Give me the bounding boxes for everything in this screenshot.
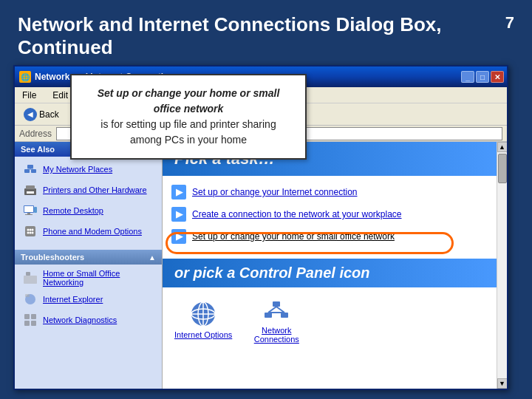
scroll-up-arrow[interactable]: ▲	[497, 142, 508, 152]
troubleshooters-label: Troubleshooters	[21, 253, 84, 262]
address-label: Address	[19, 129, 52, 139]
callout-line2: is for setting up file and printer shari…	[100, 118, 276, 130]
remote-desktop-icon	[22, 202, 38, 219]
task-arrow-0: ▶	[171, 185, 186, 200]
callout-line3: among PCs in your home	[130, 134, 247, 146]
link-phone-modem-label: Phone and Modem Options	[43, 227, 142, 236]
svg-point-16	[32, 229, 34, 231]
title-bar-buttons: _ □ ✕	[461, 71, 504, 83]
svg-rect-26	[24, 321, 30, 326]
svg-point-14	[27, 229, 30, 231]
troubleshooters-header[interactable]: Troubleshooters ▲	[15, 250, 162, 265]
menu-edit[interactable]: Edit	[50, 89, 71, 102]
svg-point-15	[30, 229, 32, 231]
slide-number: 7	[505, 13, 514, 33]
see-also-label: See Also	[21, 145, 55, 154]
scrollbar[interactable]: ▲ ▼	[497, 142, 507, 389]
link-remote-desktop[interactable]: Remote Desktop	[22, 202, 157, 219]
svg-rect-13	[25, 226, 35, 236]
task-label-workplace[interactable]: Create a connection to the network at yo…	[192, 209, 402, 219]
troubleshooters-content: Home or Small Office Networking Internet…	[15, 265, 162, 337]
slide-header: Network and Internet Connections Dialog …	[0, 0, 532, 68]
svg-rect-10	[27, 213, 30, 214]
back-button[interactable]: ◀ Back	[19, 106, 64, 123]
menu-file[interactable]: File	[19, 89, 39, 102]
svg-rect-9	[24, 206, 33, 212]
svg-rect-20	[26, 272, 30, 276]
see-also-content: My Network Places Printers and Other Har…	[15, 157, 162, 248]
troubleshooters-section: Troubleshooters ▲ Home or Small Office N…	[15, 250, 162, 337]
svg-point-17	[27, 232, 30, 234]
svg-rect-23	[25, 294, 30, 297]
svg-point-18	[30, 232, 32, 234]
task-item-internet[interactable]: ▶ Set up or change your Internet connect…	[171, 185, 498, 200]
link-home-networking-label: Home or Small Office Networking	[43, 269, 157, 287]
svg-rect-6	[26, 185, 35, 189]
network-diagnostics-icon	[22, 312, 38, 328]
dialog-icon: 🌐	[19, 71, 31, 83]
task-item-workplace[interactable]: ▶ Create a connection to the network at …	[171, 207, 498, 222]
svg-rect-7	[27, 191, 34, 194]
callout-line1: Set up or change your home or small offi…	[98, 87, 280, 115]
link-network-diagnostics-label: Network Diagnostics	[43, 316, 117, 324]
task-item-home[interactable]: ▶ Set up or change your home or small of…	[171, 229, 498, 244]
link-printers[interactable]: Printers and Other Hardware	[22, 182, 157, 198]
scroll-thumb[interactable]	[498, 154, 507, 183]
content-area: See Also ▲ My Network Places Prin	[15, 142, 507, 389]
link-ie[interactable]: Internet Explorer	[22, 291, 157, 307]
svg-rect-1	[31, 169, 36, 173]
task-label-home[interactable]: Set up or change your home or small offi…	[192, 231, 395, 242]
svg-rect-11	[25, 214, 33, 215]
phone-modem-icon	[22, 223, 38, 239]
svg-rect-25	[31, 314, 36, 319]
printer-icon	[22, 182, 38, 198]
svg-rect-35	[273, 301, 280, 307]
back-label: Back	[39, 109, 59, 120]
svg-line-37	[276, 307, 284, 313]
svg-rect-24	[24, 314, 30, 319]
svg-rect-34	[281, 313, 288, 318]
left-panel: See Also ▲ My Network Places Prin	[15, 142, 163, 389]
ie-icon	[22, 291, 38, 307]
svg-rect-12	[34, 207, 37, 213]
link-ie-label: Internet Explorer	[43, 295, 103, 304]
link-home-networking[interactable]: Home or Small Office Networking	[22, 269, 157, 287]
scroll-down-arrow[interactable]: ▼	[497, 378, 508, 389]
svg-line-36	[268, 307, 276, 313]
link-network-diagnostics[interactable]: Network Diagnostics	[22, 312, 157, 328]
close-button[interactable]: ✕	[491, 71, 504, 83]
svg-rect-21	[24, 276, 37, 284]
network-places-icon	[22, 161, 38, 177]
troubleshooters-collapse-icon: ▲	[149, 253, 156, 262]
callout-text: Set up or change your home or small offi…	[86, 86, 290, 148]
task-list: ▶ Set up or change your Internet connect…	[163, 182, 507, 254]
svg-rect-0	[24, 169, 30, 173]
maximize-button[interactable]: □	[476, 71, 489, 83]
task-label-internet[interactable]: Set up or change your Internet connectio…	[192, 187, 357, 197]
control-panel-icons: Internet Options Network Connections	[163, 293, 507, 347]
link-network-places-label: My Network Places	[43, 165, 112, 174]
home-networking-icon	[22, 270, 38, 286]
minimize-button[interactable]: _	[461, 71, 474, 83]
link-remote-desktop-label: Remote Desktop	[43, 206, 103, 215]
task-arrow-2: ▶	[171, 229, 186, 244]
svg-rect-27	[31, 321, 36, 326]
svg-rect-33	[265, 313, 272, 318]
link-phone-modem[interactable]: Phone and Modem Options	[22, 223, 157, 239]
link-printers-label: Printers and Other Hardware	[43, 185, 147, 194]
or-pick-label: or pick a Control Panel icon	[174, 265, 370, 281]
back-arrow-icon: ◀	[24, 108, 37, 121]
main-content: Pick a task… ▶ Set up or change your Int…	[163, 142, 507, 389]
svg-rect-2	[27, 165, 33, 168]
icon-internet-options[interactable]: Internet Options	[174, 301, 232, 339]
icon-internet-options-label: Internet Options	[174, 330, 232, 339]
icon-network-connections-label: Network Connections	[247, 326, 306, 344]
slide-title: Network and Internet Connections Dialog …	[18, 13, 476, 59]
callout-box: Set up or change your home or small offi…	[70, 74, 307, 160]
task-arrow-1: ▶	[171, 207, 186, 222]
link-my-network-places[interactable]: My Network Places	[22, 161, 157, 177]
icon-network-connections[interactable]: Network Connections	[247, 296, 306, 344]
svg-point-19	[32, 232, 34, 234]
or-pick-header: or pick a Control Panel icon	[163, 259, 507, 287]
